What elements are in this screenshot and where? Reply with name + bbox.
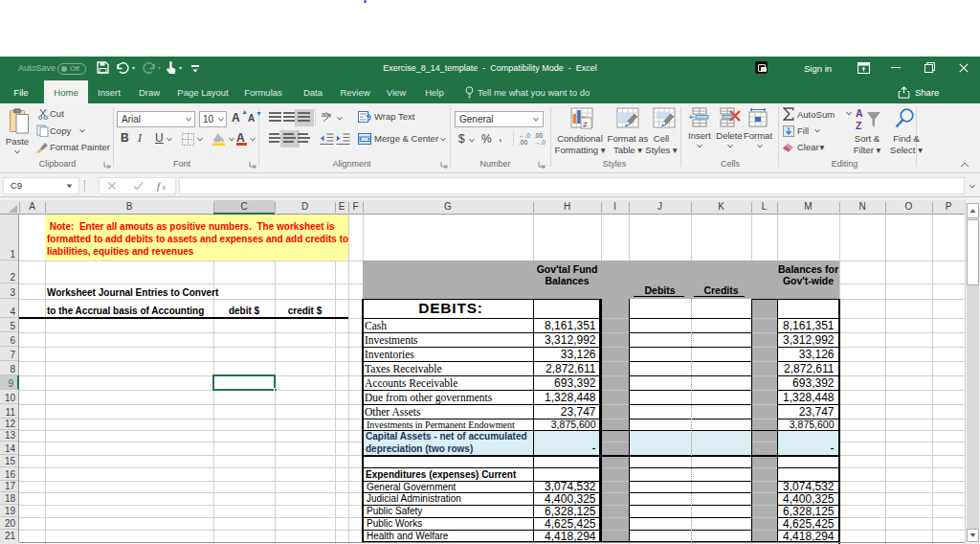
svg-text:f: f bbox=[157, 180, 162, 192]
svg-text:ab: ab bbox=[322, 111, 329, 118]
svg-text:A: A bbox=[856, 107, 863, 119]
svg-text:x: x bbox=[162, 183, 167, 192]
svg-text:≠: ≠ bbox=[583, 120, 588, 129]
svg-text:Z: Z bbox=[856, 120, 862, 131]
svg-text:←.0: ←.0 bbox=[519, 132, 530, 139]
svg-text:.00: .00 bbox=[519, 139, 527, 146]
